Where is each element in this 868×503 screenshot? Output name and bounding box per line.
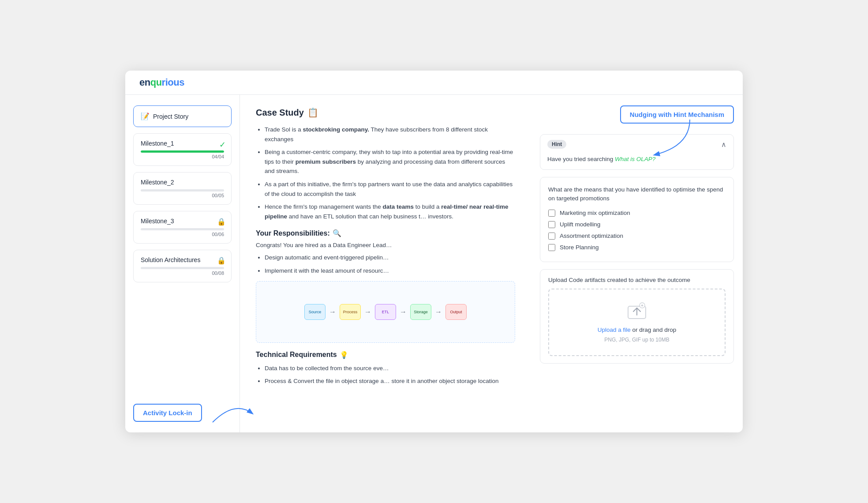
case-study-bullet-4: Hence the firm's top management wants th…: [265, 202, 515, 221]
case-study-bullet-1: Trade Sol is a stockbroking company. The…: [265, 125, 515, 144]
upload-or-text: or drag and drop: [631, 327, 677, 333]
resp-bullet-1: Design automatic and event-triggered pip…: [265, 253, 515, 263]
case-study-bullet-2: Being a customer-centric company, they w…: [265, 147, 515, 176]
right-panel: Nudging with Hint Mechanism Hint ∧: [531, 95, 743, 432]
diag-box-4: Storage: [410, 304, 431, 320]
search-icon: 🔍: [333, 229, 341, 237]
question-box: What are the means that you have identif…: [540, 177, 734, 262]
case-study-bullet-3: As a part of this initiative, the firm's…: [265, 180, 515, 199]
progress-container: 04/04: [141, 150, 224, 159]
upload-text: Upload a file or drag and drop: [598, 327, 677, 333]
checkbox-item-1[interactable]: Marketing mix optimization: [548, 210, 726, 217]
upload-box: Upload Code artifacts created to achieve…: [540, 269, 734, 364]
checkbox-item-2[interactable]: Uplift modelling: [548, 221, 726, 228]
question-text: What are the means that you have identif…: [548, 185, 726, 203]
hint-badge: Hint: [547, 140, 566, 149]
check-icon: ✓: [219, 140, 226, 150]
hint-collapse-button[interactable]: ∧: [721, 140, 726, 149]
sidebar-item-solution-architectures[interactable]: Solution Architectures 🔒 00/08: [133, 250, 232, 282]
case-study-body: Trade Sol is a stockbroking company. The…: [256, 125, 515, 221]
tech-bullet-1: Data has to be collected from the source…: [265, 364, 515, 373]
tech-req-body: Data has to be collected from the source…: [256, 364, 515, 386]
checkbox-label-2: Uplift modelling: [560, 221, 600, 228]
tech-bullet-2: Process & Convert the file in object sto…: [265, 376, 515, 386]
hint-box: Hint ∧ Have you tried searching What is …: [540, 134, 734, 170]
hint-prefix: Have you tried searching: [547, 156, 615, 162]
svg-text:+: +: [641, 303, 644, 308]
progress-label: 00/08: [141, 270, 224, 276]
progress-container: 00/05: [141, 189, 224, 198]
diag-box-3: ETL: [375, 304, 396, 320]
bulb-icon: 💡: [340, 351, 348, 359]
progress-container: 00/06: [141, 228, 224, 237]
pipeline-diagram: Source → Process → ETL → Storage → Outpu…: [256, 281, 515, 343]
sidebar-item-milestone-3[interactable]: Milestone_3 🔒 00/06: [133, 211, 232, 244]
diag-box-2: Process: [340, 304, 361, 320]
upload-link[interactable]: Upload a file: [598, 327, 631, 333]
hint-body: Have you tried searching What is OLAP?: [540, 154, 733, 169]
diag-box-1: Source: [304, 304, 326, 320]
progress-container: 00/08: [141, 267, 224, 276]
progress-label: 04/04: [141, 154, 224, 159]
app-window: enqurious 📝 Project Story Milestone_1 ✓: [125, 71, 743, 432]
activity-lock-button[interactable]: Activity Lock-in: [133, 404, 202, 422]
center-content: Case Study 📋 Trade Sol is a stockbroking…: [240, 95, 531, 432]
hint-link[interactable]: What is OLAP?: [615, 156, 655, 162]
nudge-label-button[interactable]: Nudging with Hint Mechanism: [620, 105, 734, 124]
resp-bullet-2: Implement it with the least amount of re…: [265, 266, 515, 276]
checkbox-item-3[interactable]: Assortment optimization: [548, 233, 726, 240]
upload-title: Upload Code artifacts created to achieve…: [548, 277, 726, 283]
sidebar-item-milestone-1[interactable]: Milestone_1 ✓ 04/04: [133, 133, 232, 166]
logo-text: enqurious: [139, 77, 184, 88]
hint-header: Hint ∧: [540, 135, 733, 154]
sidebar-item-project-story[interactable]: 📝 Project Story: [133, 105, 232, 127]
lock-icon: 🔒: [217, 256, 226, 265]
upload-subtext: PNG, JPG, GIF up to 10MB: [604, 337, 669, 343]
case-study-title: Case Study 📋: [256, 107, 515, 118]
progress-fill: [141, 150, 224, 153]
case-study-icon: 📋: [307, 107, 318, 118]
checkbox-item-4[interactable]: Store Planning: [548, 244, 726, 251]
responsibilities-title: Your Responsibilities: 🔍: [256, 229, 515, 237]
upload-dropzone[interactable]: + Upload a file or drag and drop PNG, JP…: [548, 289, 726, 356]
responsibilities-intro: Congrats! You are hired as a Data Engine…: [256, 242, 515, 248]
checkbox-3[interactable]: [548, 233, 555, 240]
progress-label: 00/05: [141, 193, 224, 198]
responsibilities-body: Design automatic and event-triggered pip…: [256, 253, 515, 275]
diag-box-5: Output: [445, 304, 467, 320]
checkbox-label-1: Marketing mix optimization: [560, 210, 630, 216]
checkbox-1[interactable]: [548, 210, 555, 217]
sidebar-item-label: Solution Architectures: [141, 256, 200, 263]
main-content: 📝 Project Story Milestone_1 ✓ 04/04: [125, 95, 743, 432]
checkbox-2[interactable]: [548, 221, 555, 228]
progress-label: 00/06: [141, 232, 224, 237]
sidebar-item-label: Milestone_3: [141, 218, 174, 225]
app-logo: enqurious: [139, 77, 184, 88]
question-options: Marketing mix optimization Uplift modell…: [548, 210, 726, 251]
top-bar: enqurious: [125, 71, 743, 95]
sidebar-item-label: Milestone_1: [141, 140, 174, 147]
checkbox-label-3: Assortment optimization: [560, 233, 623, 239]
checkbox-label-4: Store Planning: [560, 244, 599, 251]
upload-icon: +: [627, 302, 647, 323]
sidebar-item-milestone-2[interactable]: Milestone_2 00/05: [133, 172, 232, 205]
sidebar-item-label: Milestone_2: [141, 179, 174, 186]
project-story-icon: 📝: [141, 112, 150, 120]
tech-req-title: Technical Requirements 💡: [256, 351, 515, 359]
checkbox-4[interactable]: [548, 244, 555, 251]
sidebar-item-label: Project Story: [153, 113, 188, 120]
sidebar: 📝 Project Story Milestone_1 ✓ 04/04: [125, 95, 240, 432]
lock-icon: 🔒: [217, 218, 226, 226]
